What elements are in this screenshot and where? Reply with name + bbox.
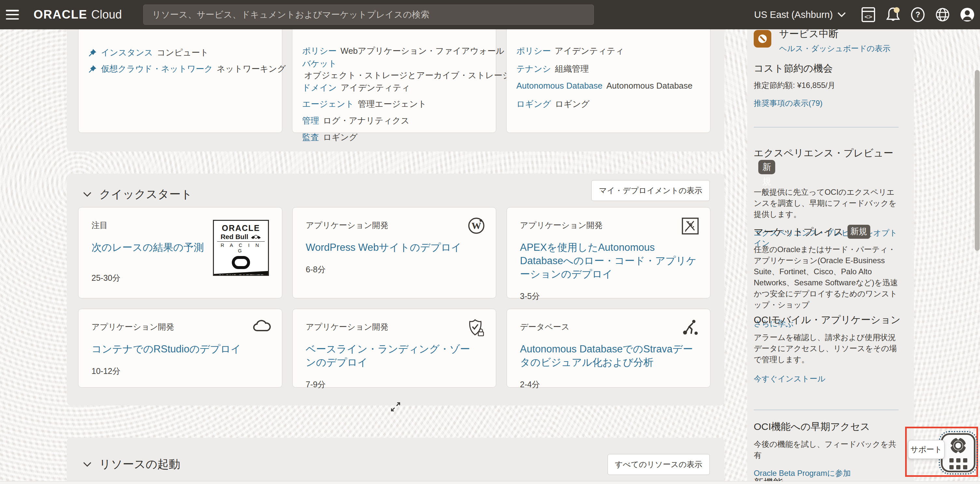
collapse-chevron-icon[interactable] [83, 462, 91, 467]
region-selector[interactable]: US East (Ashburn) [754, 10, 846, 20]
pinned-card: インスタンス コンピュート 仮想クラウド・ネットワーク ネットワーキング [78, 29, 282, 133]
card-category: データベース [520, 322, 697, 332]
experience-preview-body: 一般提供に先立ってOCIのエクスペリエンスを調査し、早期にフィードバックを提供し… [754, 186, 901, 220]
logo-oracle-text: ORACLE [33, 8, 87, 21]
life-ring-icon [949, 436, 967, 455]
oci-console-page: ORACLE Cloud US East (Ashburn) <> ? [0, 0, 980, 484]
pinned-link[interactable]: 仮想クラウド・ネットワーク [101, 63, 213, 75]
help-icon[interactable]: ? [910, 7, 925, 22]
card-title-link[interactable]: APEXを使用したAutonomous Databaseへのロー・コード・アプリ… [520, 241, 697, 281]
identity-desc: アイデンティティ [555, 45, 624, 57]
user-avatar[interactable] [960, 7, 975, 22]
strava-cyclist-icon [681, 319, 699, 337]
recent-services-card: ポリシー Webアプリケーション・ファイアウォール バケット オブジェクト・スト… [292, 29, 496, 133]
service-link[interactable]: バケット [302, 58, 337, 69]
oracle-redbull-racing-logo: ORACLE Red Bull R A C I N G CLOUD PARTNE… [213, 220, 269, 276]
quickstart-card-strava[interactable]: データベース Autonomous DatabaseでのStravaデータのビジ… [507, 309, 710, 388]
card-category: アプリケーション開発 [91, 322, 269, 332]
quickstart-card-apex[interactable]: アプリケーション開発 APEXを使用したAutonomous Databaseへ… [507, 207, 710, 298]
new-badge: 新規 [758, 160, 775, 174]
identity-desc: ロギング [555, 99, 589, 110]
svg-text:?: ? [916, 10, 920, 19]
outage-title: サービス中断 [779, 27, 926, 41]
shield-lock-icon [468, 319, 485, 338]
notifications-bell-icon[interactable] [886, 7, 900, 22]
language-globe-icon[interactable] [935, 7, 950, 22]
service-desc: ロギング [323, 132, 358, 143]
service-link[interactable]: 監査 [302, 132, 319, 143]
announcements-sidebar: サービス中断 ヘルス・ダッシュボードの表示 コスト節約の機会 推定節約額: ¥1… [747, 29, 914, 484]
service-desc: アイデンティティ [340, 82, 410, 94]
drag-dots-icon [950, 458, 967, 469]
card-title-link[interactable]: Autonomous DatabaseでのStravaデータのビジュアル化および… [520, 343, 697, 369]
all-resources-button[interactable]: すべてのリソースの表示 [608, 454, 710, 475]
support-tooltip-label: サポート [910, 444, 942, 455]
support-fab[interactable] [941, 433, 975, 472]
pinned-link[interactable]: インスタンス [101, 47, 153, 58]
topbar-right-controls: US East (Ashburn) <> ? [754, 0, 975, 29]
card-title-link[interactable]: コンテナでのRStudioのデプロイ [91, 343, 269, 356]
service-link[interactable]: ポリシー [302, 45, 337, 57]
my-deployments-button[interactable]: マイ・デプロイメントの表示 [591, 180, 710, 201]
quickstart-card-redbull[interactable]: ORACLE Red Bull R A C I N G CLOUD PARTNE… [78, 207, 282, 298]
oracle-cloud-logo[interactable]: ORACLE Cloud [33, 8, 122, 21]
hamburger-menu-icon[interactable] [6, 10, 19, 19]
card-category: アプリケーション開発 [306, 322, 483, 332]
quickstart-card-wordpress[interactable]: W アプリケーション開発 WordPress Webサイトのデプロイ 6-8分 [293, 207, 496, 298]
card-category: アプリケーション開発 [306, 220, 483, 231]
support-tooltip: サポート [908, 440, 945, 459]
card-duration: 7-9分 [306, 379, 483, 390]
experience-preview-title: エクスペリエンス・プレビュー新規 [754, 146, 901, 174]
service-outage-icon [754, 30, 771, 48]
card-category: アプリケーション開発 [520, 220, 697, 231]
card-title-link[interactable]: ベースライン・ランディング・ゾーンのデプロイ [306, 343, 475, 369]
bottom-section-edge [0, 481, 980, 484]
collapse-chevron-icon[interactable] [83, 192, 91, 197]
card-title-link[interactable]: 次のレースの結果の予測 [91, 241, 205, 255]
scrollbar-thumb[interactable] [975, 70, 980, 251]
card-duration: 6-8分 [306, 264, 483, 275]
chevron-down-icon [837, 12, 846, 17]
search-input[interactable] [143, 5, 594, 25]
service-link[interactable]: ドメイン [302, 82, 337, 94]
new-badge: 新規 [848, 225, 870, 239]
identity-link[interactable]: ポリシー [516, 45, 551, 57]
health-dashboard-link[interactable]: ヘルス・ダッシュボードの表示 [779, 43, 891, 54]
cloud-shell-icon[interactable]: <> [861, 7, 876, 22]
sidebar-divider [754, 127, 899, 127]
service-desc: オブジェクト・ストレージとアーカイブ・ストレージ [304, 70, 511, 81]
quickstart-section: クイックスタート マイ・デプロイメントの表示 ORACLE Red Bull R… [67, 174, 724, 406]
card-title-link[interactable]: WordPress Webサイトのデプロイ [306, 241, 483, 255]
mobile-app-title: OCIモバイル・アプリケーション [754, 313, 901, 327]
identity-link[interactable]: テナンシ [516, 63, 551, 75]
cloud-icon [253, 319, 271, 334]
identity-desc: 組織管理 [555, 63, 589, 75]
pinned-services-panel: インスタンス コンピュート 仮想クラウド・ネットワーク ネットワーキング ポリシ… [67, 29, 724, 151]
quickstart-card-landing-zone[interactable]: アプリケーション開発 ベースライン・ランディング・ゾーンのデプロイ 7-9分 [293, 309, 496, 388]
quickstart-title: クイックスタート [99, 186, 192, 202]
service-desc: Webアプリケーション・ファイアウォール [340, 45, 505, 57]
marketplace-body: 任意のOracleまたはサード・パーティ・アプリケーション(Oracle E-B… [754, 244, 901, 310]
pin-icon [88, 48, 97, 57]
cost-title: コスト節約の機会 [754, 62, 901, 75]
svg-text:<>: <> [864, 13, 872, 21]
install-now-link[interactable]: 今すぐインストール [754, 374, 825, 384]
marketplace-title: マーケットプレイス新規 [754, 225, 901, 239]
pinned-desc: コンピュート [157, 47, 209, 58]
region-label: US East (Ashburn) [754, 10, 833, 20]
quickstart-card-rstudio[interactable]: アプリケーション開発 コンテナでのRStudioのデプロイ 10-12分 [78, 309, 282, 388]
card-duration: 2-4分 [520, 379, 697, 390]
service-link[interactable]: エージェント [302, 99, 354, 110]
svg-text:W: W [471, 220, 481, 231]
card-duration: 3-5分 [520, 291, 697, 302]
identity-link[interactable]: Autonomous Database [516, 81, 603, 91]
sidebar-divider [754, 410, 899, 410]
service-link[interactable]: 管理 [302, 115, 319, 126]
identity-desc: Autonomous Database [606, 81, 693, 91]
expand-section-icon[interactable] [390, 401, 402, 413]
identity-card: ポリシー アイデンティティ テナンシ 組織管理 Autonomous Datab… [506, 29, 710, 133]
recommendations-link[interactable]: 推奨事項の表示(79) [754, 98, 822, 108]
top-navigation-bar: ORACLE Cloud US East (Ashburn) <> ? [0, 0, 980, 29]
identity-link[interactable]: ロギング [516, 99, 551, 110]
early-access-body: 今後の機能を試し、フィードバックを共有 [754, 439, 901, 461]
